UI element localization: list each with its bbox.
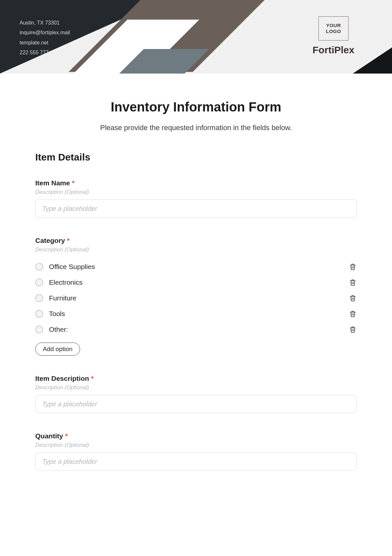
- form-content: Inventory Information Form Please provid…: [0, 74, 392, 484]
- trash-icon[interactable]: [349, 310, 357, 318]
- field-item-description: Item Description * Description (Optional…: [35, 375, 357, 413]
- field-label: Item Description *: [35, 375, 357, 382]
- option-row: Electronics: [35, 275, 357, 290]
- add-option-button[interactable]: Add option: [35, 343, 80, 356]
- contact-website: template.net: [20, 38, 70, 48]
- header-corner-shape: [353, 47, 392, 74]
- description-hint: Description (Optional): [35, 246, 357, 253]
- radio-button[interactable]: [35, 294, 43, 302]
- quantity-input[interactable]: Type a placeholder: [35, 452, 357, 471]
- description-hint: Description (Optional): [35, 189, 357, 195]
- brand-name: FortiPlex: [313, 44, 354, 56]
- required-mark: *: [67, 237, 70, 244]
- radio-button[interactable]: [35, 263, 43, 271]
- option-label[interactable]: Electronics: [49, 278, 83, 286]
- contact-phone: 222 555 777: [20, 48, 70, 58]
- trash-icon[interactable]: [349, 263, 357, 271]
- document-header: Austin, TX 73301 inquire@fortiplex.mail …: [0, 0, 392, 74]
- field-category: Category * Description (Optional) Office…: [35, 237, 357, 356]
- option-label[interactable]: Tools: [49, 310, 65, 318]
- contact-address: Austin, TX 73301: [20, 18, 70, 28]
- radio-button[interactable]: [35, 326, 43, 333]
- trash-icon[interactable]: [349, 294, 357, 302]
- category-options: Office Supplies Electronics Furniture: [35, 259, 357, 337]
- contact-info: Austin, TX 73301 inquire@fortiplex.mail …: [20, 18, 70, 58]
- field-label: Category *: [35, 237, 357, 244]
- option-row: Furniture: [35, 290, 357, 306]
- field-label: Quantity *: [35, 432, 357, 440]
- option-label[interactable]: Furniture: [49, 294, 76, 302]
- form-subtitle: Please provide the requested information…: [35, 124, 357, 132]
- item-description-input[interactable]: Type a placeholder: [35, 395, 357, 413]
- option-row: Tools: [35, 306, 357, 322]
- trash-icon[interactable]: [349, 278, 357, 286]
- option-row: Office Supplies: [35, 259, 357, 275]
- logo-block: YOUR LOGO FortiPlex: [313, 16, 354, 56]
- required-mark: *: [91, 375, 93, 382]
- required-mark: *: [65, 432, 68, 440]
- section-title: Item Details: [35, 152, 357, 163]
- option-label[interactable]: Office Supplies: [49, 263, 95, 271]
- logo-placeholder: YOUR LOGO: [318, 16, 349, 41]
- radio-button[interactable]: [35, 278, 43, 286]
- form-title: Inventory Information Form: [35, 100, 357, 114]
- description-hint: Description (Optional): [35, 442, 357, 448]
- item-name-input[interactable]: Type a placeholder: [35, 199, 357, 218]
- field-label: Item Name *: [35, 179, 357, 187]
- required-mark: *: [72, 179, 74, 187]
- trash-icon[interactable]: [349, 326, 357, 333]
- option-label[interactable]: Other:: [49, 326, 68, 333]
- field-quantity: Quantity * Description (Optional) Type a…: [35, 432, 357, 471]
- description-hint: Description (Optional): [35, 384, 357, 391]
- option-row: Other:: [35, 322, 357, 337]
- radio-button[interactable]: [35, 310, 43, 318]
- field-item-name: Item Name * Description (Optional) Type …: [35, 179, 357, 218]
- contact-email: inquire@fortiplex.mail: [20, 28, 70, 38]
